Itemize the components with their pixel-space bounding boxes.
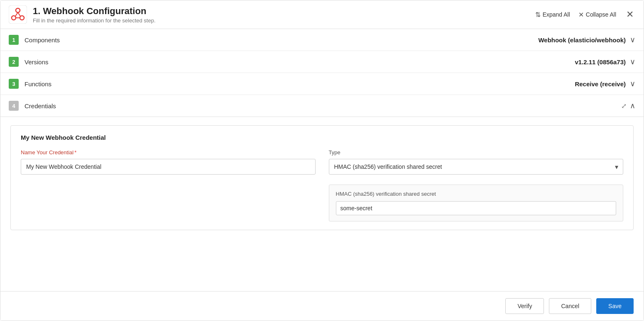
step-chevron-versions: ∨ <box>630 57 635 66</box>
step-value-functions: Receive (receive) <box>575 80 626 88</box>
step-badge-4: 4 <box>9 101 19 111</box>
step-label-credentials: Credentials <box>24 102 621 109</box>
content-area: My New Webhook Credential Name Your Cred… <box>0 117 644 291</box>
page-subtitle: Fill in the required information for the… <box>33 17 535 24</box>
form-group-type: Type HMAC (sha256) verification shared s… <box>329 149 624 221</box>
form-grid: Name Your Credential* Type HMAC (sha256)… <box>21 149 623 221</box>
expand-box-icon: ⤢ <box>621 102 627 110</box>
step-chevron-functions: ∨ <box>630 79 635 88</box>
steps-section: 1 Components Webhook (elasticio/webhook)… <box>0 29 644 117</box>
collapse-all-icon: ✕ <box>578 11 584 19</box>
step-value-versions: v1.2.11 (0856a73) <box>575 58 626 66</box>
step-row-functions[interactable]: 3 Functions Receive (receive) ∨ <box>0 73 644 95</box>
app-logo <box>9 5 27 24</box>
step-value-components: Webhook (elasticio/webhook) <box>538 36 626 44</box>
hmac-section: HMAC (sha256) verification shared secret <box>329 185 624 221</box>
step-badge-1: 1 <box>9 35 19 45</box>
main-panel: 1. Webhook Configuration Fill in the req… <box>0 0 644 321</box>
header-text: 1. Webhook Configuration Fill in the req… <box>33 6 535 24</box>
credential-name-input[interactable] <box>21 159 316 175</box>
hmac-secret-input[interactable] <box>336 201 617 215</box>
cancel-button[interactable]: Cancel <box>549 298 591 314</box>
required-asterisk: * <box>74 149 76 156</box>
step-chevron-credentials: ∧ <box>630 101 635 110</box>
expand-all-button[interactable]: ⇅ Expand All <box>535 11 570 19</box>
save-button[interactable]: Save <box>596 298 634 314</box>
collapse-all-button[interactable]: ✕ Collapse All <box>578 11 616 19</box>
expand-all-icon: ⇅ <box>535 11 541 19</box>
name-label: Name Your Credential* <box>21 149 316 156</box>
expand-all-label: Expand All <box>543 11 570 18</box>
step-row-components[interactable]: 1 Components Webhook (elasticio/webhook)… <box>0 29 644 51</box>
step-label-components: Components <box>24 36 538 44</box>
type-select-wrapper: HMAC (sha256) verification shared secret… <box>329 159 624 175</box>
header: 1. Webhook Configuration Fill in the req… <box>0 0 644 29</box>
step-label-functions: Functions <box>24 80 575 88</box>
hmac-section-label: HMAC (sha256) verification shared secret <box>336 191 617 197</box>
footer: Verify Cancel Save <box>0 291 644 321</box>
collapse-all-label: Collapse All <box>586 11 616 18</box>
close-button[interactable]: ✕ <box>624 10 635 19</box>
step-row-versions[interactable]: 2 Versions v1.2.11 (0856a73) ∨ <box>0 51 644 73</box>
step-row-credentials[interactable]: 4 Credentials ⤢ ∧ <box>0 95 644 117</box>
step-chevron-components: ∨ <box>630 35 635 44</box>
header-actions: ⇅ Expand All ✕ Collapse All ✕ <box>535 10 635 19</box>
page-title: 1. Webhook Configuration <box>33 6 535 17</box>
credential-card-title: My New Webhook Credential <box>21 134 623 141</box>
credential-card: My New Webhook Credential Name Your Cred… <box>10 125 634 230</box>
step-label-versions: Versions <box>24 58 575 66</box>
type-label: Type <box>329 149 624 156</box>
step-badge-3: 3 <box>9 79 19 89</box>
step-badge-2: 2 <box>9 57 19 67</box>
type-select[interactable]: HMAC (sha256) verification shared secret… <box>329 159 624 175</box>
verify-button[interactable]: Verify <box>505 298 544 314</box>
form-group-name: Name Your Credential* <box>21 149 316 221</box>
